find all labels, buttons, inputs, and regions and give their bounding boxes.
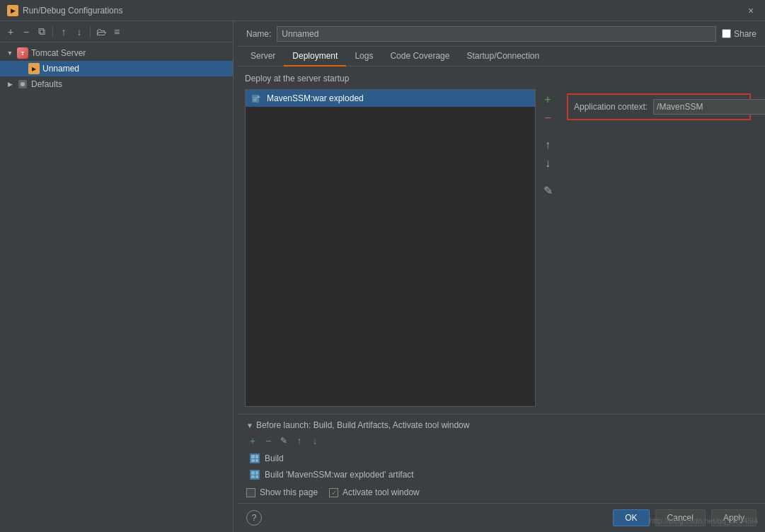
tree-arrow-unnamed	[17, 64, 25, 73]
app-context-panel: Application context: ▼	[560, 89, 758, 407]
before-launch-footer: Show this page Activate tool window	[246, 487, 757, 497]
help-button[interactable]: ?	[246, 510, 262, 526]
folder-button[interactable]: 🗁	[95, 25, 108, 38]
tree-arrow-tomcat: ▼	[6, 49, 14, 57]
share-label: Share	[734, 29, 757, 39]
add-launch-button[interactable]: +	[246, 434, 259, 447]
war-icon	[251, 93, 263, 104]
remove-config-button[interactable]: −	[20, 25, 33, 38]
before-launch-title: Before launch: Build, Build Artifacts, A…	[256, 420, 470, 430]
show-this-page-row: Show this page	[246, 487, 318, 497]
name-row: Name: Share	[238, 21, 765, 47]
build-icon-0	[249, 453, 260, 464]
copy-config-button[interactable]: ⧉	[35, 25, 48, 38]
name-label: Name:	[246, 29, 271, 39]
deploy-area: MavenSSM:war exploded + − ↑ ↓ ✎	[245, 89, 758, 407]
title-bar: ▶ Run/Debug Configurations ×	[0, 0, 765, 21]
deploy-actions: + − ↑ ↓ ✎	[536, 89, 560, 407]
toolbar: + − ⧉ ↑ ↓ 🗁 ≡	[0, 21, 233, 42]
deploy-item-label-0: MavenSSM:war exploded	[267, 93, 364, 103]
share-area: Share	[722, 29, 757, 39]
add-deploy-button[interactable]: +	[540, 92, 556, 108]
tree-arrow-defaults: ▶	[6, 80, 14, 88]
add-config-button[interactable]: +	[4, 25, 17, 38]
before-launch-section: ▼ Before launch: Build, Build Artifacts,…	[238, 414, 765, 503]
move-up-launch-button[interactable]: ↑	[293, 434, 306, 447]
title-bar-text: Run/Debug Configurations	[23, 6, 122, 16]
app-context-row: Application context: ▼	[567, 93, 751, 120]
watermark: http://blog.csdn.net/qq_37045l4	[649, 516, 758, 525]
before-launch-toggle[interactable]: ▼	[246, 422, 253, 429]
tomcat-icon: T	[17, 47, 28, 59]
activate-tool-window-row: Activate tool window	[329, 487, 420, 497]
launch-item-label-0: Build	[265, 453, 284, 463]
toolbar-separator-2	[90, 26, 91, 37]
move-down-button[interactable]: ↓	[73, 25, 86, 38]
move-down-launch-button[interactable]: ↓	[309, 434, 321, 447]
bottom-left: ?	[246, 510, 262, 526]
build-icon-1	[249, 469, 260, 480]
edit-launch-button[interactable]: ✎	[277, 434, 290, 447]
close-button[interactable]: ×	[744, 4, 758, 18]
toolbar-separator	[52, 26, 53, 37]
before-launch-header: ▼ Before launch: Build, Build Artifacts,…	[246, 420, 757, 430]
svg-point-1	[21, 82, 25, 86]
tree-item-defaults[interactable]: ▶ Defaults	[0, 76, 233, 92]
tab-deployment[interactable]: Deployment	[284, 47, 346, 66]
show-this-page-label: Show this page	[260, 487, 318, 497]
tab-startup-connection[interactable]: Startup/Connection	[458, 47, 548, 66]
title-bar-left: ▶ Run/Debug Configurations	[7, 5, 122, 16]
move-down-deploy-button[interactable]: ↓	[540, 156, 556, 171]
ok-button[interactable]: OK	[613, 509, 649, 526]
show-this-page-checkbox[interactable]	[246, 488, 255, 497]
defaults-label: Defaults	[31, 79, 62, 89]
launch-item-label-1: Build 'MavenSSM:war exploded' artifact	[265, 470, 414, 480]
deployment-section: Deploy at the server startup	[238, 66, 765, 414]
share-checkbox[interactable]	[722, 29, 731, 38]
tab-code-coverage[interactable]: Code Coverage	[381, 47, 458, 66]
remove-launch-button[interactable]: −	[262, 434, 275, 447]
activate-tool-window-label: Activate tool window	[343, 487, 420, 497]
svg-rect-7	[253, 100, 256, 101]
tree-item-tomcat-server[interactable]: ▼ T Tomcat Server	[0, 45, 233, 61]
svg-rect-5	[253, 98, 258, 98]
app-context-label: Application context:	[574, 102, 648, 112]
remove-deploy-button[interactable]: −	[540, 110, 556, 126]
svg-rect-6	[253, 99, 257, 100]
tomcat-server-label: Tomcat Server	[31, 48, 86, 58]
defaults-icon	[17, 79, 28, 90]
tab-server[interactable]: Server	[242, 47, 284, 66]
main-container: + − ⧉ ↑ ↓ 🗁 ≡ ▼ T Tomcat Server	[0, 21, 765, 532]
sort-button[interactable]: ≡	[110, 25, 123, 38]
activate-tool-window-checkbox[interactable]	[329, 488, 338, 497]
launch-items: Build Build 'MavenSSM:war exploded' arti…	[246, 451, 757, 482]
unnamed-label: Unnamed	[42, 64, 79, 74]
config-icon: ▶	[28, 63, 40, 74]
deploy-item-0[interactable]: MavenSSM:war exploded	[246, 90, 535, 107]
section-title: Deploy at the server startup	[245, 74, 758, 83]
app-icon: ▶	[7, 5, 18, 16]
before-launch-toolbar: + − ✎ ↑ ↓	[246, 434, 757, 447]
edit-deploy-button[interactable]: ✎	[540, 183, 556, 198]
tab-logs[interactable]: Logs	[346, 47, 381, 66]
right-panel: Name: Share Server Deployment Logs Code …	[238, 21, 765, 532]
app-context-input[interactable]	[653, 99, 765, 115]
tree-item-unnamed[interactable]: ▶ Unnamed	[0, 61, 233, 76]
deploy-list: MavenSSM:war exploded	[245, 89, 536, 407]
name-input[interactable]	[277, 26, 716, 42]
tabs: Server Deployment Logs Code Coverage Sta…	[238, 47, 765, 66]
move-up-button[interactable]: ↑	[57, 25, 70, 38]
move-up-deploy-button[interactable]: ↑	[540, 137, 556, 153]
tab-content: Deploy at the server startup	[238, 66, 765, 503]
launch-item-1: Build 'MavenSSM:war exploded' artifact	[246, 468, 757, 482]
launch-item-0: Build	[246, 451, 757, 466]
config-tree: ▼ T Tomcat Server ▶ Unnamed ▶	[0, 42, 233, 532]
left-panel: + − ⧉ ↑ ↓ 🗁 ≡ ▼ T Tomcat Server	[0, 21, 234, 532]
